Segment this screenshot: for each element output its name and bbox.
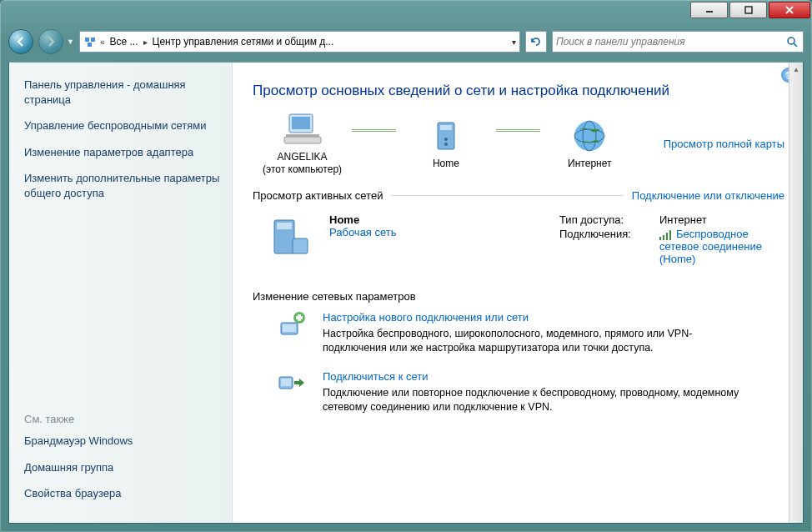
svg-rect-2 (85, 38, 89, 42)
connector-line (352, 129, 396, 132)
connection-link[interactable]: Беспроводное сетевое соединение (Home) (659, 228, 762, 265)
see-also-firewall[interactable]: Брандмауэр Windows (24, 434, 220, 449)
chevron-right-icon: ▸ (143, 38, 148, 47)
sidebar-sharing[interactable]: Изменить дополнительные параметры общего… (24, 171, 220, 200)
globe-icon (571, 118, 608, 154)
svg-rect-22 (663, 235, 664, 240)
scrollbar[interactable]: ▲ (789, 63, 803, 523)
connect-disconnect-link[interactable]: Подключение или отключение (632, 189, 784, 202)
computer-icon (283, 111, 323, 148)
svg-point-15 (574, 121, 604, 151)
svg-rect-24 (669, 230, 671, 240)
svg-rect-0 (706, 11, 713, 13)
svg-rect-10 (284, 137, 321, 143)
task-connect: Подключиться к сети Подключение или повт… (278, 370, 784, 414)
sidebar-home[interactable]: Панель управления - домашняя страница (24, 78, 220, 107)
svg-rect-8 (292, 117, 310, 129)
forward-button[interactable] (38, 29, 63, 54)
breadcrumb-dropdown[interactable]: ▾ (512, 38, 516, 47)
sidebar-wireless[interactable]: Управление беспроводными сетями (24, 118, 220, 133)
svg-rect-3 (91, 38, 95, 42)
network-center-icon (83, 35, 97, 48)
see-also-homegroup[interactable]: Домашняя группа (24, 460, 220, 475)
svg-rect-20 (293, 238, 308, 253)
chevron-left-icon: « (100, 38, 105, 47)
map-pc-name: ANGELIKA (этот компьютер) (263, 151, 342, 176)
maximize-button[interactable] (729, 2, 767, 18)
svg-rect-1 (745, 7, 752, 13)
connect-icon (278, 370, 308, 397)
svg-rect-4 (88, 43, 92, 47)
task-connect-link[interactable]: Подключиться к сети (323, 370, 756, 383)
window-frame: ▼ « Все ... ▸ Центр управления сетями и … (0, 0, 812, 532)
scroll-up-icon[interactable]: ▲ (789, 63, 803, 77)
minimize-button[interactable] (690, 2, 728, 18)
task-new-connection: Настройка нового подключения или сети На… (278, 311, 784, 355)
content-area: Панель управления - домашняя страница Уп… (8, 62, 804, 524)
access-value: Интернет (659, 213, 784, 226)
svg-point-13 (444, 138, 448, 141)
svg-rect-19 (277, 223, 292, 229)
map-hub-name: Home (433, 158, 459, 170)
titlebar (0, 0, 812, 27)
active-network-row: Home Рабочая сеть Тип доступа: Интернет … (253, 208, 784, 270)
svg-rect-21 (659, 237, 661, 240)
router-icon (429, 118, 463, 154)
svg-rect-23 (666, 233, 668, 240)
svg-rect-29 (296, 316, 303, 319)
connections-label: Подключения: (559, 228, 659, 265)
page-title: Просмотр основных сведений о сети и наст… (253, 83, 784, 99)
svg-point-14 (444, 143, 448, 146)
see-also-heading: См. также (24, 413, 220, 425)
search-input[interactable] (556, 36, 784, 48)
network-icon (269, 213, 316, 260)
network-type-link[interactable]: Рабочая сеть (329, 226, 397, 238)
breadcrumb-current[interactable]: Центр управления сетями и общим д... (151, 36, 336, 48)
svg-line-6 (794, 43, 797, 47)
task-new-connection-desc: Настройка беспроводного, широкополосного… (323, 327, 756, 355)
sidebar-adapter[interactable]: Изменение параметров адаптера (24, 145, 220, 160)
history-dropdown[interactable]: ▼ (67, 38, 74, 46)
sidebar-see-also: См. также Брандмауэр Windows Домашняя гр… (24, 413, 220, 513)
search-box[interactable] (552, 31, 804, 53)
new-connection-icon (278, 311, 308, 338)
network-name: Home (329, 213, 397, 226)
connector-line (496, 129, 540, 132)
nav-row: ▼ « Все ... ▸ Центр управления сетями и … (0, 27, 812, 57)
map-internet-name: Интернет (568, 158, 611, 170)
refresh-button[interactable] (525, 31, 547, 53)
see-also-browser[interactable]: Свойства браузера (24, 486, 220, 501)
signal-icon (659, 230, 673, 240)
task-connect-desc: Подключение или повторное подключение к … (323, 386, 756, 414)
task-new-connection-link[interactable]: Настройка нового подключения или сети (323, 311, 756, 324)
svg-rect-12 (440, 125, 452, 130)
svg-rect-31 (281, 379, 291, 386)
sidebar: Панель управления - домашняя страница Уп… (9, 63, 233, 523)
close-button[interactable] (769, 2, 810, 18)
svg-point-5 (788, 38, 794, 44)
svg-rect-26 (283, 324, 296, 332)
back-button[interactable] (8, 29, 33, 54)
access-label: Тип доступа: (559, 213, 659, 226)
active-networks-header: Просмотр активных сетей Подключение или … (253, 189, 784, 202)
full-map-link[interactable]: Просмотр полной карты (664, 138, 784, 150)
network-map: ANGELIKA (этот компьютер) Home Ин (253, 111, 784, 176)
breadcrumb[interactable]: « Все ... ▸ Центр управления сетями и об… (79, 31, 520, 53)
search-icon[interactable] (784, 34, 799, 49)
change-settings-heading: Изменение сетевых параметров (253, 290, 784, 303)
breadcrumb-root[interactable]: Все ... (108, 36, 139, 48)
main-panel: ? ▲ Просмотр основных сведений о сети и … (233, 63, 803, 523)
